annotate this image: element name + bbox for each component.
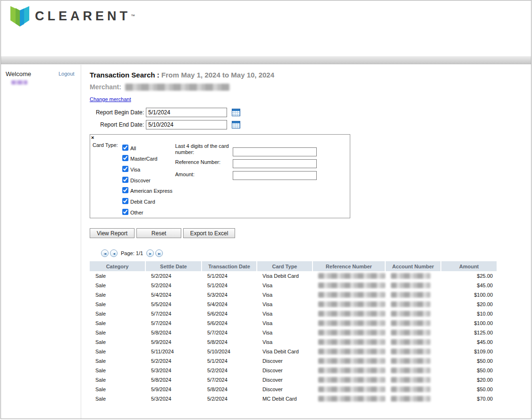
cell-settle-date: 5/2/2024 xyxy=(145,271,202,281)
table-row: Sale5/2/20245/1/2024Visa Debit Card$25.0… xyxy=(90,271,497,281)
cell-account-number xyxy=(385,281,441,290)
report-begin-date-input[interactable] xyxy=(146,108,227,117)
redacted-reference-number xyxy=(318,311,385,317)
report-end-date-input[interactable] xyxy=(146,120,227,129)
reset-button[interactable]: Reset xyxy=(136,228,181,238)
cell-amount: $100.00 xyxy=(441,318,497,328)
redacted-account-number xyxy=(391,301,431,307)
cell-category: Sale xyxy=(90,385,145,394)
close-icon[interactable]: × xyxy=(91,135,94,140)
cell-settle-date: 5/11/2024 xyxy=(145,347,202,356)
card-type-checkbox-all[interactable] xyxy=(122,145,128,151)
cell-settle-date: 5/9/2024 xyxy=(145,385,202,394)
card-type-checkbox-visa[interactable] xyxy=(122,166,128,172)
cell-amount: $20.00 xyxy=(441,375,497,385)
card-type-checkbox-mastercard[interactable] xyxy=(122,155,128,161)
cell-account-number xyxy=(385,375,441,385)
table-row: Sale5/2/20245/1/2024Visa$45.00 xyxy=(90,281,497,290)
cell-settle-date: 5/8/2024 xyxy=(145,375,202,385)
redacted-account-number xyxy=(391,368,431,373)
cell-account-number xyxy=(385,300,441,309)
card-type-checkbox-label: Other xyxy=(130,210,144,215)
cell-category: Sale xyxy=(90,366,145,375)
redacted-account-number xyxy=(391,320,431,326)
cell-card-type: Discover xyxy=(257,385,312,394)
card-type-checkbox-label: All xyxy=(130,146,136,151)
cell-amount: $50.00 xyxy=(441,356,497,366)
header-reference-number: Reference Number xyxy=(312,261,385,271)
cell-settle-date: 5/2/2024 xyxy=(145,356,202,366)
cell-category: Sale xyxy=(90,300,145,309)
logout-link[interactable]: Logout xyxy=(59,71,75,77)
card-type-checkbox-american-express[interactable] xyxy=(122,187,128,193)
transaction-table-body: Sale5/2/20245/1/2024Visa Debit Card$25.0… xyxy=(90,271,497,403)
redacted-reference-number xyxy=(318,386,385,392)
cell-transaction-date: 5/1/2024 xyxy=(202,271,257,281)
card-type-checkbox-debit-card[interactable] xyxy=(122,198,128,204)
cell-category: Sale xyxy=(90,271,145,281)
cell-category: Sale xyxy=(90,356,145,366)
reference-number-input[interactable] xyxy=(233,159,317,168)
cell-reference-number xyxy=(312,366,385,375)
cell-transaction-date: 5/3/2024 xyxy=(202,290,257,300)
redacted-account-number xyxy=(391,377,431,383)
table-row: Sale5/5/20245/4/2024Visa$20.00 xyxy=(90,300,497,309)
cell-transaction-date: 5/1/2024 xyxy=(202,281,257,290)
export-to-excel-button[interactable]: Export to Excel xyxy=(183,228,235,238)
table-row: Sale5/8/20245/7/2024Discover$20.00 xyxy=(90,375,497,385)
cell-category: Sale xyxy=(90,328,145,337)
merchant-label: Merchant: xyxy=(90,83,121,91)
card-type-checkbox-other[interactable] xyxy=(122,209,128,215)
card-type-list: AllMasterCardVisaDiscoverAmerican Expres… xyxy=(122,140,172,215)
cell-account-number xyxy=(385,356,441,366)
first-page-icon[interactable]: |◀ xyxy=(101,249,109,257)
header-transaction-date: Transaction Date xyxy=(202,261,257,271)
cell-reference-number xyxy=(312,309,385,318)
redacted-account-number xyxy=(391,292,431,298)
card-type-option-visa: Visa xyxy=(122,162,172,172)
pagination: |◀ ◀ Page: 1/1 ▶ ▶| xyxy=(101,249,163,257)
redacted-reference-number xyxy=(318,330,385,335)
calendar-icon[interactable] xyxy=(232,121,240,129)
cell-card-type: Visa xyxy=(257,328,312,337)
cell-amount: $109.00 xyxy=(441,347,497,356)
cell-transaction-date: 5/6/2024 xyxy=(202,318,257,328)
cell-transaction-date: 5/8/2024 xyxy=(202,337,257,347)
redacted-reference-number xyxy=(318,339,385,345)
card-type-option-all: All xyxy=(122,140,172,151)
page-title-text: Transaction Search : xyxy=(90,71,160,79)
cell-transaction-date: 5/2/2024 xyxy=(202,394,257,403)
card-type-option-debit-card: Debit Card xyxy=(122,194,172,205)
cell-account-number xyxy=(385,366,441,375)
brand-name: CLEARENT™ xyxy=(35,9,135,24)
amount-input[interactable] xyxy=(233,171,317,180)
previous-page-icon[interactable]: ◀ xyxy=(110,249,118,257)
view-report-button[interactable]: View Report xyxy=(90,228,135,238)
redacted-account-number xyxy=(391,339,431,345)
last4-label: Last 4 digits of the card number: xyxy=(175,143,231,155)
table-row: Sale5/7/20245/6/2024Visa$100.00 xyxy=(90,318,497,328)
change-merchant-link[interactable]: Change merchant xyxy=(90,96,131,102)
report-begin-date-row: Report Begin Date: xyxy=(90,108,240,117)
cell-settle-date: 5/8/2024 xyxy=(145,328,202,337)
last4-input[interactable] xyxy=(233,147,317,156)
calendar-icon[interactable] xyxy=(232,109,240,116)
cell-settle-date: 5/3/2024 xyxy=(145,394,202,403)
sidebar: Welcome Logout xyxy=(1,65,81,419)
card-type-checkbox-label: MasterCard xyxy=(130,156,157,162)
next-page-icon[interactable]: ▶ xyxy=(146,249,154,257)
merchant-line: Merchant: xyxy=(90,83,230,91)
card-type-checkbox-discover[interactable] xyxy=(122,177,128,183)
cell-account-number xyxy=(385,318,441,328)
cell-card-type: Visa xyxy=(257,337,312,347)
cell-settle-date: 5/9/2024 xyxy=(145,337,202,347)
table-row: Sale5/11/20245/10/2024Visa Debit Card$10… xyxy=(90,347,497,356)
redacted-account-number xyxy=(391,386,431,392)
card-type-checkbox-label: Visa xyxy=(130,167,140,172)
table-row: Sale5/9/20245/8/2024Visa$45.00 xyxy=(90,337,497,347)
welcome-label: Welcome xyxy=(6,70,31,77)
cell-card-type: Discover xyxy=(257,366,312,375)
page-indicator: Page: 1/1 xyxy=(121,250,143,256)
last-page-icon[interactable]: ▶| xyxy=(155,249,163,257)
cell-amount: $70.00 xyxy=(441,394,497,403)
